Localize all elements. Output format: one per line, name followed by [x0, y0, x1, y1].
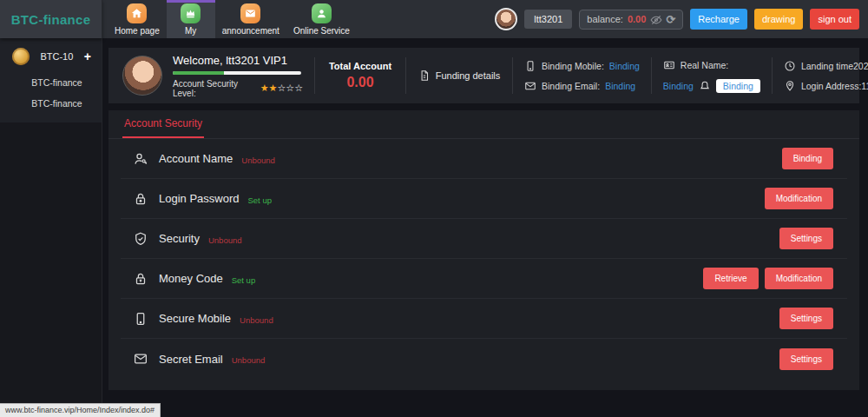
security-progress-bar: [173, 71, 301, 75]
modification-button[interactable]: Modification: [765, 268, 833, 289]
security-row-account-name: Account Name Unbound Binding: [121, 139, 847, 179]
home-icon: [127, 3, 147, 23]
total-account-value: 0.00: [326, 75, 394, 90]
sidebar: BTC-10 + BTC-financeBTC-finance: [0, 38, 102, 417]
real-name-binding-link[interactable]: Binding: [663, 81, 694, 91]
clock-icon: [784, 60, 796, 72]
security-row-secret-email: Secret Email Unbound Settings: [121, 339, 847, 379]
email-icon: [133, 351, 148, 367]
divider: [651, 57, 652, 94]
tab-account-security[interactable]: Account Security: [122, 110, 204, 138]
sidebar-group-btc10[interactable]: BTC-10 +: [0, 45, 102, 72]
nav-tab-online-service[interactable]: Online Service: [286, 0, 357, 38]
logo-box: BTC-finance: [0, 0, 102, 38]
plus-icon[interactable]: +: [84, 50, 91, 63]
username-button[interactable]: ltt3201: [524, 10, 572, 29]
login-address-row: Login Address:111.18.134.187,: [784, 80, 868, 92]
security-row-status: Set up: [248, 195, 272, 205]
eye-slash-icon[interactable]: [650, 14, 661, 25]
security-row-status: Set up: [232, 275, 255, 285]
binding-block: Binding Mobile: Binding Binding Email: B…: [524, 60, 640, 92]
security-row-money-code: Money Code Set up RetrieveModification: [121, 259, 847, 299]
user-cluster: ltt3201 balance: 0.00 ⟳ Recharge drawing…: [495, 0, 868, 38]
binding-mobile-label: Binding Mobile:: [542, 61, 604, 71]
real-name-row: Real Name:: [663, 59, 760, 71]
shield-icon: [133, 231, 148, 247]
security-row-buttons: RetrieveModification: [703, 268, 833, 289]
session-meta-block: Landing time2021-12-24 17:48:47 Login Ad…: [784, 60, 868, 92]
mobile-icon: [133, 311, 148, 327]
security-row-buttons: Settings: [779, 308, 833, 329]
security-row-buttons: Binding: [782, 148, 833, 169]
login-address-text: Login Address:111.18.134.187,: [801, 81, 868, 91]
profile-panel: Welcome, ltt3201 VIP1 Account Security L…: [108, 48, 859, 103]
retrieve-button[interactable]: Retrieve: [703, 268, 758, 289]
binding-email-link[interactable]: Binding: [605, 81, 635, 91]
main-content: Welcome, ltt3201 VIP1 Account Security L…: [102, 38, 868, 417]
sidebar-item[interactable]: BTC-finance: [0, 72, 102, 93]
star-empty-icon: ☆: [286, 83, 294, 93]
total-account-block: Total Account 0.00: [326, 61, 394, 90]
security-row-buttons: Settings: [779, 228, 833, 249]
funding-details-link[interactable]: Funding details: [418, 70, 501, 82]
security-row-label: Login Password: [159, 192, 240, 205]
star-empty-icon: ☆: [294, 83, 303, 93]
refresh-icon[interactable]: ⟳: [666, 14, 675, 25]
coin-icon: [12, 48, 30, 65]
welcome-block: Welcome, ltt3201 VIP1 Account Security L…: [173, 54, 303, 98]
security-row-label: Secret Email: [159, 353, 223, 366]
nav-tab-announcement[interactable]: announcement: [215, 0, 286, 38]
settings-button[interactable]: Settings: [779, 308, 833, 329]
security-row-login-password: Login Password Set up Modification: [121, 179, 847, 219]
user-key-icon: [133, 151, 148, 167]
user-crown-icon: [181, 3, 201, 23]
security-level: Account Security Level: ★★☆☆☆: [173, 79, 303, 98]
id-card-icon: [663, 59, 675, 71]
nav-tab-home-page[interactable]: Home page: [108, 0, 167, 38]
total-account-label: Total Account: [326, 61, 394, 71]
drawing-button[interactable]: drawing: [754, 9, 804, 30]
modification-button[interactable]: Modification: [765, 188, 833, 209]
balance-widget: balance: 0.00 ⟳: [579, 10, 683, 30]
main-nav: Home page My announcement Online Service: [108, 0, 357, 38]
signout-button[interactable]: sign out: [810, 9, 859, 30]
document-icon: [418, 70, 431, 82]
sidebar-item[interactable]: BTC-finance: [0, 93, 102, 114]
user-avatar[interactable]: [495, 8, 517, 30]
real-name-block: Real Name: Binding Binding: [663, 59, 760, 93]
security-row-status: Unbound: [241, 156, 275, 165]
star-filled-icon: ★: [260, 83, 269, 93]
sidebar-menu: BTC-10 + BTC-financeBTC-finance: [0, 38, 102, 122]
nav-tab-my[interactable]: My: [167, 0, 215, 38]
real-name-binding-chip[interactable]: Binding: [716, 79, 760, 93]
status-url-tooltip: www.btc-finance.vip/Home/Index/index.do#: [0, 403, 161, 417]
landing-time-text: Landing time2021-12-24 17:48:47: [801, 61, 868, 71]
welcome-text: Welcome, ltt3201 VIP1: [173, 54, 303, 67]
account-security-panel: Account Security Account Name Unbound Bi…: [108, 110, 859, 390]
sidebar-group-label: BTC-10: [30, 51, 84, 62]
divider: [512, 57, 513, 94]
top-header: BTC-finance Home page My announcement On…: [0, 0, 868, 38]
sidebar-items: BTC-financeBTC-finance: [0, 72, 102, 114]
security-row-buttons: Settings: [779, 348, 833, 370]
recharge-button[interactable]: Recharge: [690, 9, 747, 30]
security-tabbar: Account Security: [108, 110, 859, 139]
settings-button[interactable]: Settings: [779, 228, 833, 249]
real-name-actions: Binding Binding: [663, 79, 760, 93]
online-service-icon: [312, 3, 332, 23]
binding-button[interactable]: Binding: [782, 148, 833, 169]
funding-details-label: Funding details: [436, 70, 501, 81]
announcement-icon: [240, 3, 260, 23]
binding-email-row: Binding Email: Binding: [524, 80, 640, 92]
security-level-label: Account Security Level:: [173, 79, 257, 98]
binding-mobile-link[interactable]: Binding: [609, 61, 640, 71]
mobile-icon: [524, 60, 536, 72]
money-lock-icon: [133, 271, 148, 287]
settings-button[interactable]: Settings: [779, 348, 833, 370]
star-filled-icon: ★: [269, 83, 278, 93]
security-row-status: Unbound: [240, 315, 273, 325]
binding-email-label: Binding Email:: [542, 81, 600, 91]
binding-mobile-row: Binding Mobile: Binding: [524, 60, 640, 72]
security-row-label: Money Code: [159, 272, 223, 285]
security-row-status: Unbound: [232, 355, 266, 365]
